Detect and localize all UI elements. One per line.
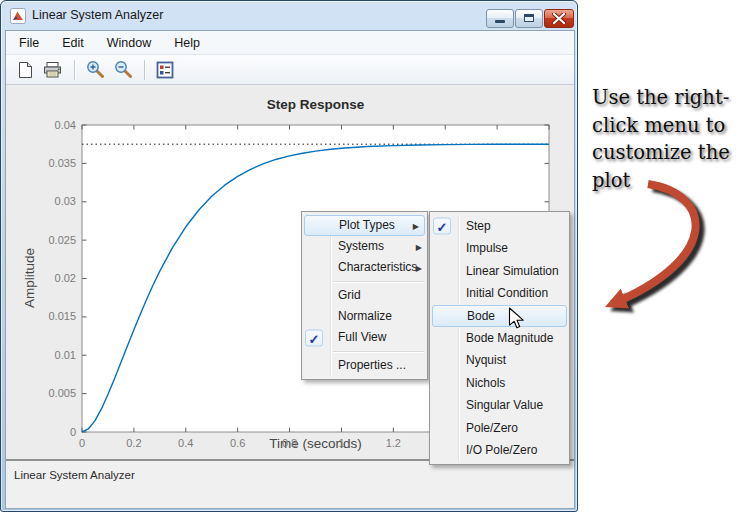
plot-types-submenu: ✓StepImpulseLinear SimulationInitial Con… — [429, 211, 570, 465]
menubar-item-edit[interactable]: Edit — [53, 33, 93, 53]
menu-item-step[interactable]: ✓Step — [430, 215, 569, 237]
y-axis-label: Amplitude — [22, 248, 37, 308]
menu-item-label: Properties ... — [338, 358, 406, 372]
menu-item-systems[interactable]: Systems▶ — [302, 236, 427, 257]
submenu-arrow-icon: ▶ — [416, 257, 422, 278]
minimize-button[interactable] — [486, 9, 514, 28]
menubar-item-window[interactable]: Window — [98, 33, 160, 53]
zoom-out-icon — [114, 60, 133, 79]
menu-item-bode[interactable]: Bode — [432, 305, 567, 327]
submenu-arrow-icon: ▶ — [416, 236, 422, 257]
checkmark-icon: ✓ — [433, 218, 451, 235]
menu-item-label: Plot Types — [339, 218, 395, 232]
status-text: Linear System Analyzer — [14, 469, 135, 481]
menu-item-linear-simulation[interactable]: Linear Simulation — [430, 260, 569, 282]
menu-item-nichols[interactable]: Nichols — [430, 372, 569, 394]
print-button[interactable] — [40, 58, 66, 82]
titlebar[interactable]: Linear System Analyzer — [1, 1, 577, 30]
annotation-line: click menu to — [592, 112, 744, 140]
plot-title: Step Response — [82, 97, 549, 112]
close-icon — [552, 13, 566, 24]
mouse-cursor-icon — [508, 307, 526, 331]
menu-item-label: Bode — [467, 309, 495, 323]
close-button[interactable] — [544, 9, 574, 28]
annotation-line: customize the — [592, 139, 744, 167]
menu-item-label: I/O Pole/Zero — [466, 443, 537, 457]
menu-separator — [333, 351, 424, 353]
menu-item-nyquist[interactable]: Nyquist — [430, 349, 569, 371]
menu-item-label: Bode Magnitude — [466, 331, 553, 345]
zoom-in-icon — [86, 60, 105, 79]
menu-item-full-view[interactable]: ✓Full View — [302, 327, 427, 348]
status-bar: Linear System Analyzer — [6, 459, 574, 508]
menubar-item-file[interactable]: File — [10, 33, 48, 53]
window-title: Linear System Analyzer — [32, 8, 163, 22]
annotation-line: Use the right- — [592, 84, 744, 112]
menu-item-normalize[interactable]: Normalize — [302, 306, 427, 327]
checkmark-icon: ✓ — [305, 329, 323, 346]
annotation-arrow-icon — [578, 168, 744, 320]
menu-item-pole-zero[interactable]: Pole/Zero — [430, 417, 569, 439]
context-menu: Plot Types▶Systems▶Characteristics▶GridN… — [301, 211, 428, 380]
menu-item-label: Pole/Zero — [466, 421, 518, 435]
menu-item-label: Characteristics — [338, 260, 417, 274]
zoom-out-button[interactable] — [110, 58, 136, 82]
menu-bar: FileEditWindowHelp — [6, 31, 574, 54]
zoom-in-button[interactable] — [82, 58, 108, 82]
toolbar-separator — [74, 60, 76, 80]
new-document-icon — [17, 61, 34, 79]
screenshot-root: Linear System Analyzer FileEditWindowHel… — [0, 0, 744, 512]
menubar-item-help[interactable]: Help — [165, 33, 209, 53]
menu-item-bode-magnitude[interactable]: Bode Magnitude — [430, 327, 569, 349]
menu-item-label: Full View — [338, 330, 386, 344]
menu-item-i-o-pole-zero[interactable]: I/O Pole/Zero — [430, 439, 569, 461]
menu-item-label: Initial Condition — [466, 286, 548, 300]
menu-item-label: Grid — [338, 288, 361, 302]
window-controls — [485, 9, 574, 28]
submenu-arrow-icon: ▶ — [413, 216, 419, 235]
maximize-icon — [524, 14, 534, 22]
menu-item-singular-value[interactable]: Singular Value — [430, 394, 569, 416]
minimize-icon — [495, 20, 505, 23]
menu-separator — [333, 281, 424, 283]
preferences-icon — [156, 61, 174, 79]
menu-item-grid[interactable]: Grid — [302, 285, 427, 306]
matlab-app-icon — [10, 8, 26, 24]
menu-item-label: Normalize — [338, 309, 392, 323]
menu-item-label: Linear Simulation — [466, 264, 559, 278]
toolbar-separator — [144, 60, 146, 80]
preferences-button[interactable] — [152, 58, 178, 82]
menu-item-label: Singular Value — [466, 398, 543, 412]
menu-item-properties[interactable]: Properties ... — [302, 355, 427, 376]
menu-item-label: Impulse — [466, 241, 508, 255]
toolbar — [6, 54, 574, 85]
menu-item-label: Systems — [338, 239, 384, 253]
new-document-button[interactable] — [12, 58, 38, 82]
menu-item-label: Step — [466, 219, 491, 233]
menu-item-plot-types[interactable]: Plot Types▶ — [304, 215, 425, 236]
menu-item-initial-condition[interactable]: Initial Condition — [430, 282, 569, 304]
menu-item-characteristics[interactable]: Characteristics▶ — [302, 257, 427, 278]
maximize-button[interactable] — [515, 9, 543, 28]
menu-item-impulse[interactable]: Impulse — [430, 237, 569, 259]
menu-item-label: Nyquist — [466, 353, 506, 367]
menu-item-label: Nichols — [466, 376, 505, 390]
print-icon — [43, 61, 63, 79]
